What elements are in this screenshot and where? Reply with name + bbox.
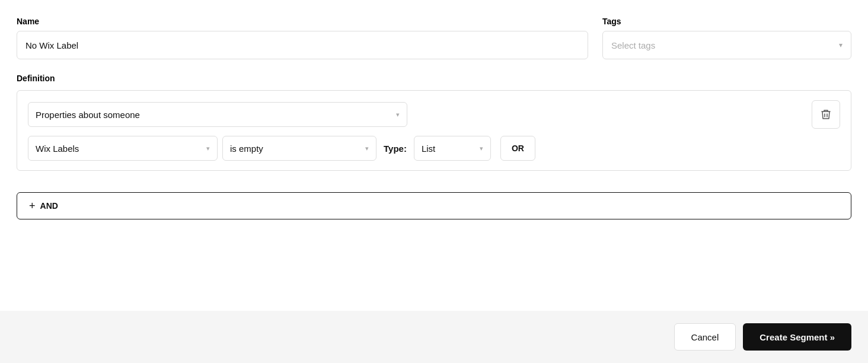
tags-placeholder: Select tags <box>611 40 655 50</box>
top-section: Name Tags Select tags ▾ <box>0 0 868 74</box>
name-input[interactable] <box>17 31 588 59</box>
properties-chevron-icon: ▾ <box>396 111 400 119</box>
list-value: List <box>422 144 435 154</box>
wix-labels-value: Wix Labels <box>36 144 79 154</box>
list-dropdown[interactable]: List ▾ <box>414 136 491 161</box>
is-empty-value: is empty <box>230 144 263 154</box>
definition-label: Definition <box>17 74 851 83</box>
tags-chevron-icon: ▾ <box>839 41 843 49</box>
list-chevron-icon: ▾ <box>480 145 483 152</box>
definition-section: Definition Properties about someone ▾ <box>0 74 868 183</box>
name-field-group: Name <box>17 17 588 59</box>
trash-icon <box>821 109 831 120</box>
page-container: Name Tags Select tags ▾ Definition Prope… <box>0 0 868 363</box>
definition-box: Properties about someone ▾ Wix Labels ▾ <box>17 90 851 171</box>
properties-dropdown[interactable]: Properties about someone ▾ <box>28 102 407 127</box>
and-button[interactable]: + AND <box>17 192 851 219</box>
tags-select[interactable]: Select tags ▾ <box>602 31 851 59</box>
and-plus-icon: + <box>29 200 36 212</box>
wix-labels-dropdown[interactable]: Wix Labels ▾ <box>28 136 218 161</box>
cancel-button[interactable]: Cancel <box>674 323 736 351</box>
bottom-bar: Cancel Create Segment » <box>0 311 868 363</box>
wix-labels-chevron-icon: ▾ <box>206 145 210 152</box>
tags-field-group: Tags Select tags ▾ <box>602 17 851 59</box>
definition-row-2: Wix Labels ▾ is empty ▾ Type: List ▾ OR <box>28 136 840 161</box>
definition-row-1: Properties about someone ▾ <box>28 100 840 129</box>
is-empty-chevron-icon: ▾ <box>365 145 369 152</box>
and-label: AND <box>40 201 58 211</box>
is-empty-dropdown[interactable]: is empty ▾ <box>222 136 376 161</box>
or-button[interactable]: OR <box>500 136 535 161</box>
create-segment-button[interactable]: Create Segment » <box>743 323 851 351</box>
properties-dropdown-value: Properties about someone <box>36 110 140 120</box>
delete-button[interactable] <box>812 100 840 129</box>
name-label: Name <box>17 17 588 26</box>
tags-label: Tags <box>602 17 851 26</box>
type-label: Type: <box>384 144 407 154</box>
